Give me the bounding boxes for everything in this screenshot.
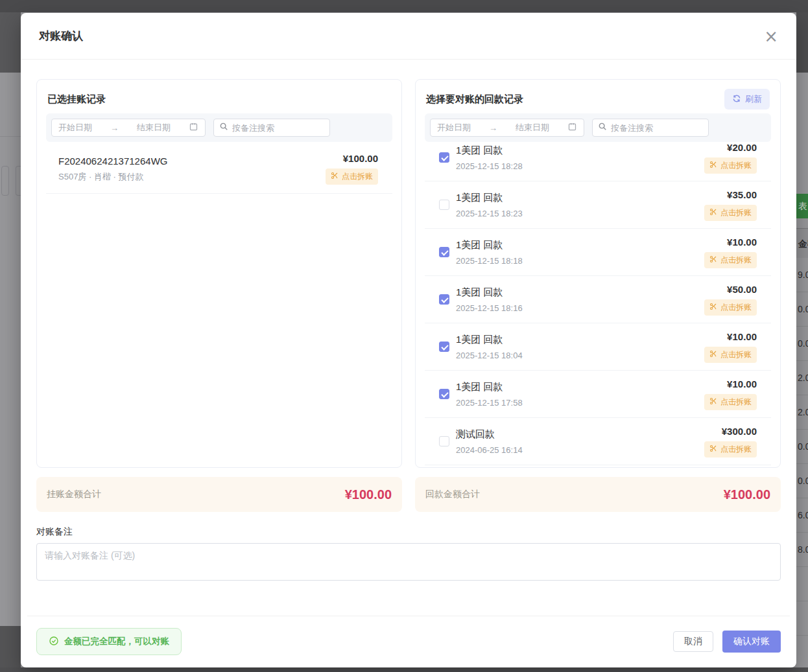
end-date-placeholder: 结束日期 <box>516 122 549 133</box>
background-header-left <box>0 12 21 73</box>
background-cell: 0.0 <box>796 464 808 498</box>
dialog-title: 对账确认 <box>39 29 83 43</box>
debt-search-input[interactable] <box>232 123 324 133</box>
split-account-label: 点击拆账 <box>720 444 752 455</box>
payment-record-row[interactable]: 1美团 回款 2025-12-15 18:04 ¥10.00 点击拆账 <box>425 323 771 371</box>
payment-time: 2025-12-15 18:28 <box>456 161 704 171</box>
background-cell: 0.0 <box>796 430 808 464</box>
split-account-badge[interactable]: 点击拆账 <box>704 157 757 174</box>
payment-date-range-picker[interactable]: 开始日期 → 结束日期 <box>430 119 584 137</box>
payment-record-row[interactable]: 测试回款 2024-06-25 16:14 ¥300.00 点击拆账 <box>425 418 771 465</box>
background-cell: 9.0 <box>796 258 808 292</box>
payment-title: 1美团 回款 <box>456 334 704 346</box>
debt-record-list: F2024062421371264WG S507房 · 肖楷 · 预付款 ¥10… <box>46 145 392 467</box>
payment-checkbox[interactable] <box>439 436 449 446</box>
dialog-body: 已选挂账记录 开始日期 → 结束日期 <box>21 60 796 581</box>
debt-total-amount: ¥100.00 <box>345 487 392 502</box>
note-label: 对账备注 <box>36 526 781 538</box>
payment-search-input[interactable] <box>611 123 703 133</box>
split-account-badge[interactable]: 点击拆账 <box>704 252 757 268</box>
payment-time: 2025-12-15 17:58 <box>456 398 704 408</box>
reconcile-confirm-dialog: 对账确认 × 已选挂账记录 开始日期 → 结束日期 <box>21 13 796 667</box>
payment-amount: ¥20.00 <box>727 145 757 153</box>
scissors-icon <box>331 172 339 181</box>
payment-checkbox[interactable] <box>439 200 449 210</box>
split-account-badge[interactable]: 点击拆账 <box>326 168 378 185</box>
calendar-icon <box>189 122 198 133</box>
end-date-placeholder: 结束日期 <box>137 122 171 133</box>
close-icon[interactable]: × <box>764 28 778 45</box>
payment-checkbox[interactable] <box>439 342 449 352</box>
background-input-fragment <box>1 166 9 196</box>
payment-select-panel: 选择要对账的回款记录 刷新 开始日期 → 结束日期 <box>415 79 781 468</box>
background-bottom-left <box>0 626 21 672</box>
payment-checkbox[interactable] <box>439 389 449 399</box>
debt-date-range-picker[interactable]: 开始日期 → 结束日期 <box>51 119 206 137</box>
payment-time: 2025-12-15 18:04 <box>456 351 704 360</box>
payment-amount: ¥300.00 <box>722 426 757 437</box>
scissors-icon <box>709 255 717 265</box>
payment-title: 1美团 回款 <box>456 381 704 393</box>
background-input-fragment <box>16 166 21 196</box>
split-account-label: 点击拆账 <box>720 349 752 360</box>
note-textarea[interactable] <box>37 544 780 580</box>
background-header-right <box>796 12 808 73</box>
split-account-badge[interactable]: 点击拆账 <box>704 347 757 363</box>
background-cell: 0.0 <box>796 292 808 327</box>
split-account-badge[interactable]: 点击拆账 <box>704 441 757 458</box>
payment-record-row[interactable]: 1美团 回款 2025-12-15 18:23 ¥35.00 点击拆账 <box>425 181 771 229</box>
background-topbar <box>0 0 808 12</box>
background-cell <box>796 567 808 601</box>
refresh-button[interactable]: 刷新 <box>724 89 770 110</box>
selected-debt-panel: 已选挂账记录 开始日期 → 结束日期 <box>36 79 402 468</box>
scissors-icon <box>709 350 717 360</box>
payment-record-row[interactable]: 1美团 回款 2025-12-15 18:16 ¥50.00 点击拆账 <box>425 276 771 323</box>
split-account-label: 点击拆账 <box>720 302 752 313</box>
split-account-label: 点击拆账 <box>720 397 752 408</box>
match-status-text: 金额已完全匹配，可以对账 <box>64 636 169 647</box>
debt-filter-bar: 开始日期 → 结束日期 <box>46 113 392 142</box>
payment-record-row[interactable]: 1美团 回款 2025-12-15 18:28 ¥20.00 点击拆账 <box>425 145 771 181</box>
payment-checkbox[interactable] <box>439 152 449 163</box>
payment-record-row[interactable]: 1美团 回款 2025-12-15 18:18 ¥10.00 点击拆账 <box>425 229 771 276</box>
debt-record-subtitle: S507房 · 肖楷 · 预付款 <box>58 171 326 183</box>
debt-record-row[interactable]: F2024062421371264WG S507房 · 肖楷 · 预付款 ¥10… <box>46 145 392 194</box>
payment-total-label: 回款金额合计 <box>425 489 480 500</box>
debt-panel-heading: 已选挂账记录 <box>47 93 106 106</box>
range-arrow-icon: → <box>489 123 497 133</box>
background-divider <box>0 136 21 137</box>
confirm-reconcile-button[interactable]: 确认对账 <box>722 631 781 653</box>
search-icon <box>219 122 228 133</box>
payment-title: 1美团 回款 <box>456 239 704 251</box>
payment-amount: ¥50.00 <box>727 284 757 295</box>
split-account-badge[interactable]: 点击拆账 <box>704 394 757 410</box>
payment-title: 1美团 回款 <box>456 145 704 157</box>
split-account-badge[interactable]: 点击拆账 <box>704 299 757 316</box>
dialog-header: 对账确认 × <box>21 13 796 60</box>
split-account-label: 点击拆账 <box>342 171 373 182</box>
payment-checkbox[interactable] <box>439 247 449 257</box>
debt-search-box <box>213 119 330 137</box>
payment-title: 1美团 回款 <box>456 192 704 204</box>
debt-record-amount: ¥100.00 <box>343 153 378 164</box>
scissors-icon <box>709 445 717 454</box>
background-table-column-fragment: 9.0 0.0 0.0 2.0 2.0 0.0 0.0 6.0 8.0 <box>796 258 808 667</box>
payment-amount: ¥10.00 <box>727 378 757 389</box>
payment-total-box: 回款金额合计 ¥100.00 <box>415 477 781 512</box>
payment-panel-heading: 选择要对账的回款记录 <box>426 93 523 106</box>
start-date-placeholder: 开始日期 <box>437 122 471 133</box>
payment-record-list[interactable]: 1美团 回款 2025-12-15 18:28 ¥20.00 点击拆账 <box>425 145 771 467</box>
dialog-footer: 金额已完全匹配，可以对账 取消 确认对账 <box>27 616 790 655</box>
payment-filter-bar: 开始日期 → 结束日期 <box>425 113 771 142</box>
payment-checkbox[interactable] <box>439 294 449 305</box>
background-cell: 0.0 <box>796 327 808 361</box>
scissors-icon <box>709 303 717 312</box>
payment-search-box <box>592 119 709 137</box>
payment-record-row[interactable]: 1美团 回款 2025-12-15 17:58 ¥10.00 点击拆账 <box>425 371 771 418</box>
cancel-button[interactable]: 取消 <box>673 631 713 652</box>
payment-amount: ¥10.00 <box>727 331 757 342</box>
background-report-button-fragment: 表 <box>796 194 808 218</box>
split-account-badge[interactable]: 点击拆账 <box>704 205 757 221</box>
background-cell <box>796 601 808 636</box>
scissors-icon <box>709 397 717 407</box>
